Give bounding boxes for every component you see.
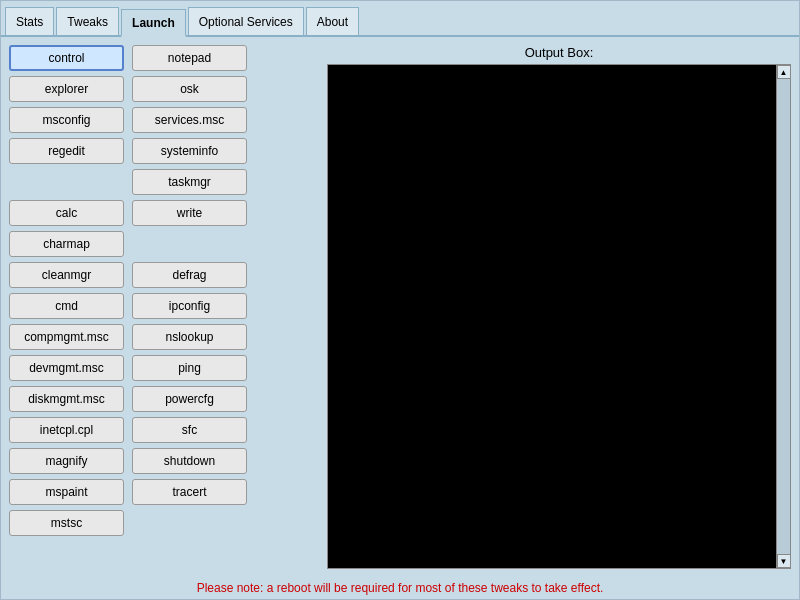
launch-button-osk[interactable]: osk	[132, 76, 247, 102]
launch-button-charmap[interactable]: charmap	[9, 231, 124, 257]
launch-button-control[interactable]: control	[9, 45, 124, 71]
launch-button-diskmgmt-msc[interactable]: diskmgmt.msc	[9, 386, 124, 412]
button-row: mspainttracert	[9, 479, 319, 505]
app-container: StatsTweaksLaunchOptional ServicesAbout …	[0, 0, 800, 600]
button-row: magnifyshutdown	[9, 448, 319, 474]
button-row: msconfigservices.msc	[9, 107, 319, 133]
button-row: controlnotepad	[9, 45, 319, 71]
left-panel: controlnotepadexploreroskmsconfigservice…	[9, 45, 319, 569]
launch-button-taskmgr[interactable]: taskmgr	[132, 169, 247, 195]
launch-button-notepad[interactable]: notepad	[132, 45, 247, 71]
launch-button-regedit[interactable]: regedit	[9, 138, 124, 164]
button-row: taskmgr	[9, 169, 319, 195]
launch-button-inetcpl-cpl[interactable]: inetcpl.cpl	[9, 417, 124, 443]
button-row: compmgmt.mscnslookup	[9, 324, 319, 350]
bottom-note: Please note: a reboot will be required f…	[1, 577, 799, 599]
button-row: cleanmgrdefrag	[9, 262, 319, 288]
output-label: Output Box:	[525, 45, 594, 60]
button-row: regeditsysteminfo	[9, 138, 319, 164]
launch-button-powercfg[interactable]: powercfg	[132, 386, 247, 412]
tab-tweaks[interactable]: Tweaks	[56, 7, 119, 35]
launch-button-ping[interactable]: ping	[132, 355, 247, 381]
launch-button-magnify[interactable]: magnify	[9, 448, 124, 474]
launch-button-devmgmt-msc[interactable]: devmgmt.msc	[9, 355, 124, 381]
launch-button-sfc[interactable]: sfc	[132, 417, 247, 443]
launch-button-tracert[interactable]: tracert	[132, 479, 247, 505]
launch-button-mstsc[interactable]: mstsc	[9, 510, 124, 536]
button-row: charmap	[9, 231, 319, 257]
launch-button-write[interactable]: write	[132, 200, 247, 226]
launch-button-cmd[interactable]: cmd	[9, 293, 124, 319]
launch-button-shutdown[interactable]: shutdown	[132, 448, 247, 474]
output-box: ▲ ▼	[327, 64, 791, 569]
button-row: cmdipconfig	[9, 293, 319, 319]
launch-button-nslookup[interactable]: nslookup	[132, 324, 247, 350]
button-row: explorerosk	[9, 76, 319, 102]
launch-button-calc[interactable]: calc	[9, 200, 124, 226]
scroll-down-button[interactable]: ▼	[777, 554, 791, 568]
scrollbar: ▲ ▼	[776, 65, 790, 568]
scroll-track	[777, 79, 790, 554]
launch-button-explorer[interactable]: explorer	[9, 76, 124, 102]
launch-button-msconfig[interactable]: msconfig	[9, 107, 124, 133]
button-row: inetcpl.cplsfc	[9, 417, 319, 443]
right-panel: Output Box: ▲ ▼	[327, 45, 791, 569]
main-content: controlnotepadexploreroskmsconfigservice…	[1, 37, 799, 577]
button-row: mstsc	[9, 510, 319, 536]
button-row: calcwrite	[9, 200, 319, 226]
launch-button-compmgmt-msc[interactable]: compmgmt.msc	[9, 324, 124, 350]
tab-stats[interactable]: Stats	[5, 7, 54, 35]
launch-button-ipconfig[interactable]: ipconfig	[132, 293, 247, 319]
tab-bar: StatsTweaksLaunchOptional ServicesAbout	[1, 1, 799, 37]
button-row: diskmgmt.mscpowercfg	[9, 386, 319, 412]
button-row: devmgmt.mscping	[9, 355, 319, 381]
launch-button-services-msc[interactable]: services.msc	[132, 107, 247, 133]
launch-button-systeminfo[interactable]: systeminfo	[132, 138, 247, 164]
scroll-up-button[interactable]: ▲	[777, 65, 791, 79]
tab-optional-services[interactable]: Optional Services	[188, 7, 304, 35]
tab-about[interactable]: About	[306, 7, 359, 35]
launch-button-mspaint[interactable]: mspaint	[9, 479, 124, 505]
launch-button-defrag[interactable]: defrag	[132, 262, 247, 288]
launch-button-cleanmgr[interactable]: cleanmgr	[9, 262, 124, 288]
tab-launch[interactable]: Launch	[121, 9, 186, 37]
